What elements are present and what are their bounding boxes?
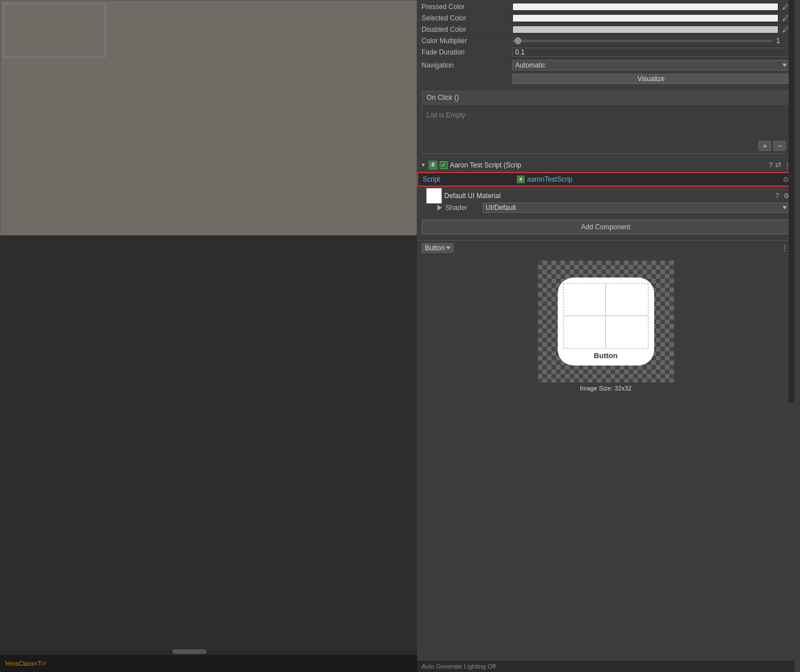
crosshair-vertical <box>605 284 606 348</box>
disabled-color-row: Disabled Color 🖊 <box>417 24 794 35</box>
material-play-row: Shader UI/Default <box>417 201 794 214</box>
pressed-color-row: Pressed Color 🖊 <box>417 1 794 12</box>
script-title: Aaron Test Script (Scrip <box>450 161 767 169</box>
selected-color-label: Selected Color <box>422 14 512 22</box>
shader-dropdown-arrow <box>782 206 787 209</box>
onclick-box: On Click () List is Empty + − <box>422 91 790 154</box>
shader-dropdown[interactable]: UI/Default <box>483 203 790 213</box>
pressed-color-label: Pressed Color <box>422 3 512 11</box>
selected-color-swatch[interactable] <box>512 14 778 22</box>
script-header: ▼ # ✓ Aaron Test Script (Scrip ? ⇄ ⋮ <box>417 157 794 172</box>
color-multiplier-value-text: 1 <box>776 37 790 45</box>
button-section-header: Button ⋮ <box>417 240 794 255</box>
script-value-text: aaronTestScrip <box>527 175 572 183</box>
list-empty-text: List is Empty <box>427 111 465 119</box>
onclick-footer: + − <box>422 138 789 153</box>
button-preview-area: Button Image Size: 32x32 <box>417 255 794 403</box>
script-collapse-arrow[interactable]: ▼ <box>420 162 426 168</box>
onclick-section: On Click () List is Empty + − <box>417 91 794 154</box>
button-rounded-preview: Button <box>558 278 654 366</box>
image-size-text: Image Size: 32x32 <box>580 385 631 392</box>
onclick-header: On Click () <box>422 91 789 104</box>
right-scrollbar[interactable] <box>789 0 794 403</box>
right-panel: Pressed Color 🖊 Selected Color 🖊 Disable… <box>417 0 794 403</box>
script-highlighted-row[interactable]: Script # aaronTestScrip ⊙ <box>417 172 794 187</box>
selected-color-value: 🖊 <box>512 14 790 23</box>
button-section-arrow <box>446 246 450 250</box>
selected-color-row: Selected Color 🖊 <box>417 12 794 24</box>
script-row-label: Script <box>423 175 513 183</box>
script-settings-icon[interactable]: ⇄ <box>775 161 781 169</box>
onclick-remove-button[interactable]: − <box>773 141 786 151</box>
disabled-color-swatch[interactable] <box>512 26 778 33</box>
button-section-menu-icon[interactable]: ⋮ <box>781 243 789 253</box>
viewport <box>0 0 417 236</box>
material-white-square <box>426 188 442 204</box>
script-checkbox[interactable]: ✓ <box>440 161 448 169</box>
visualize-button[interactable]: Visualize <box>512 74 790 84</box>
fade-duration-label: Fade Duration <box>422 48 512 56</box>
color-multiplier-value: 1 <box>512 37 790 45</box>
disabled-color-label: Disabled Color <box>422 26 512 33</box>
button-section-dropdown[interactable]: Button <box>422 243 454 253</box>
navigation-value: Automatic <box>515 61 545 69</box>
horizontal-scrollbar[interactable] <box>0 648 417 655</box>
script-help-icon[interactable]: ? <box>769 161 773 169</box>
navigation-dropdown-arrow <box>782 64 787 67</box>
fade-duration-value <box>512 48 790 57</box>
script-section: ▼ # ✓ Aaron Test Script (Scrip ? ⇄ ⋮ Scr… <box>417 157 794 187</box>
property-rows: Pressed Color 🖊 Selected Color 🖊 Disable… <box>417 0 794 403</box>
slider-track[interactable] <box>512 40 773 42</box>
auto-lighting-text: Auto Generate Lighting Off <box>422 663 496 670</box>
material-header: Default UI Material ? ⚙ <box>417 189 794 201</box>
disabled-color-value: 🖊 <box>512 25 790 34</box>
button-preview-container: Button Image Size: 32x32 <box>538 261 674 392</box>
navigation-label: Navigation <box>422 61 512 69</box>
color-multiplier-slider[interactable]: 1 <box>512 37 790 45</box>
material-section: Default UI Material ? ⚙ Shader UI/Defaul… <box>417 189 794 214</box>
pressed-color-swatch[interactable] <box>512 3 778 11</box>
slider-thumb[interactable] <box>515 37 521 44</box>
fade-duration-input[interactable] <box>512 48 790 57</box>
color-multiplier-label: Color Multiplier <box>422 37 512 45</box>
console-text: 'HmsClass<T>' <box>5 660 47 667</box>
script-row-value: # aaronTestScrip ⊙ <box>517 175 789 183</box>
add-component-button[interactable]: Add Component <box>422 220 790 234</box>
script-hash-small: # <box>517 175 525 183</box>
shader-row: Shader UI/Default <box>422 201 794 214</box>
button-preview-image: Button <box>538 261 674 383</box>
viewport-inner-frame <box>3 3 106 57</box>
script-icons: ? ⇄ ⋮ <box>769 161 791 169</box>
navigation-dropdown[interactable]: Automatic <box>512 60 790 70</box>
material-play-icon[interactable] <box>437 205 442 211</box>
pressed-color-value: 🖊 <box>512 2 790 11</box>
color-multiplier-row: Color Multiplier 1 <box>417 35 794 47</box>
material-title: Default UI Material <box>444 192 773 200</box>
auto-lighting-bar: Auto Generate Lighting Off <box>417 661 794 672</box>
button-dashed-inner <box>563 283 649 348</box>
script-target-icon[interactable]: ⊙ <box>783 175 789 183</box>
shader-label: Shader <box>445 204 479 212</box>
console-bar: 'HmsClass<T>' <box>0 655 417 672</box>
onclick-body: List is Empty <box>422 104 789 138</box>
bottom-left-panel <box>0 236 417 672</box>
scrollbar-thumb[interactable] <box>172 649 207 654</box>
script-hash-badge: # <box>428 161 437 170</box>
navigation-row: Navigation Automatic <box>417 59 794 72</box>
fade-duration-row: Fade Duration <box>417 47 794 58</box>
button-section-label: Button <box>425 244 445 252</box>
material-help-icon[interactable]: ? <box>775 192 779 200</box>
shader-value: UI/Default <box>486 204 516 212</box>
visualize-row: Visualize <box>417 73 794 85</box>
button-label-img: Button <box>594 351 618 360</box>
onclick-add-button[interactable]: + <box>759 141 771 151</box>
